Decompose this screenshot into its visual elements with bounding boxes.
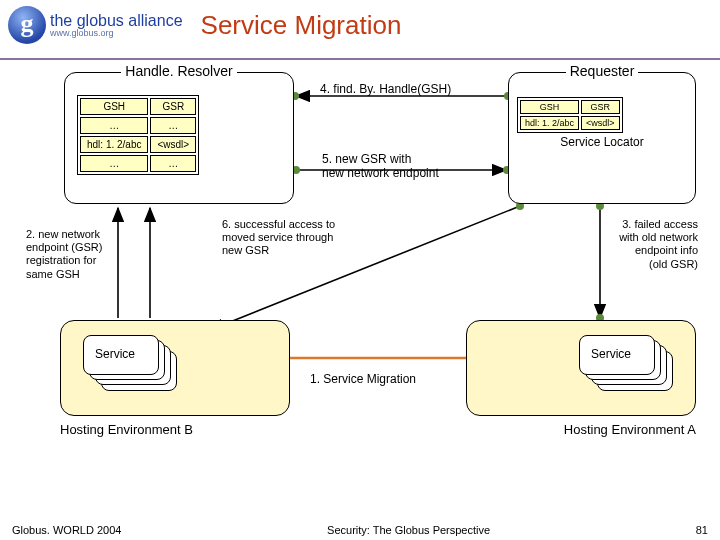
footer-center: Security: The Globus Perspective	[327, 524, 490, 536]
brand-sub: www.globus.org	[50, 29, 183, 38]
diagram-canvas: Handle. Resolver GSHGSR …… hdl: 1. 2/abc…	[0, 60, 720, 500]
hosting-env-a: Service	[466, 320, 696, 416]
page-title: Service Migration	[201, 10, 402, 41]
footer: Globus. WORLD 2004 Security: The Globus …	[0, 524, 720, 536]
globus-logo-icon	[8, 6, 46, 44]
header: the globus alliance www.globus.org Servi…	[0, 0, 720, 50]
service-label: Service	[95, 347, 135, 361]
hosting-env-a-label: Hosting Environment A	[564, 422, 696, 438]
requester-table: GSHGSR hdl: 1. 2/abc<wsdl>	[517, 97, 623, 133]
brand-top: the globus alliance	[50, 13, 183, 29]
requester-title: Requester	[509, 63, 695, 79]
hr-col-gsh: GSH	[80, 98, 148, 115]
footer-left: Globus. WORLD 2004	[12, 524, 121, 536]
service-locator-label: Service Locator	[509, 135, 695, 149]
step-5-label: 5. new GSR with new network endpoint	[322, 152, 439, 181]
step-3-label: 3. failed access with old network endpoi…	[619, 218, 698, 271]
hr-col-gsr: GSR	[150, 98, 196, 115]
handle-resolver-box: Handle. Resolver GSHGSR …… hdl: 1. 2/abc…	[64, 72, 294, 204]
service-label: Service	[591, 347, 631, 361]
req-col-gsr: GSR	[581, 100, 620, 114]
handle-resolver-title: Handle. Resolver	[65, 63, 293, 79]
step-2-label: 2. new network endpoint (GSR) registrati…	[26, 228, 102, 281]
footer-right: 81	[696, 524, 708, 536]
brand: the globus alliance www.globus.org	[50, 13, 183, 38]
handle-resolver-table: GSHGSR …… hdl: 1. 2/abc<wsdl> ……	[77, 95, 199, 175]
step-4-label: 4. find. By. Handle(GSH)	[320, 82, 451, 96]
step-1-label: 1. Service Migration	[310, 372, 416, 386]
req-col-gsh: GSH	[520, 100, 579, 114]
hosting-env-b-label: Hosting Environment B	[60, 422, 193, 438]
step-6-label: 6. successful access to moved service th…	[222, 218, 335, 258]
requester-box: Requester GSHGSR hdl: 1. 2/abc<wsdl> Ser…	[508, 72, 696, 204]
hosting-env-b: Service	[60, 320, 290, 416]
